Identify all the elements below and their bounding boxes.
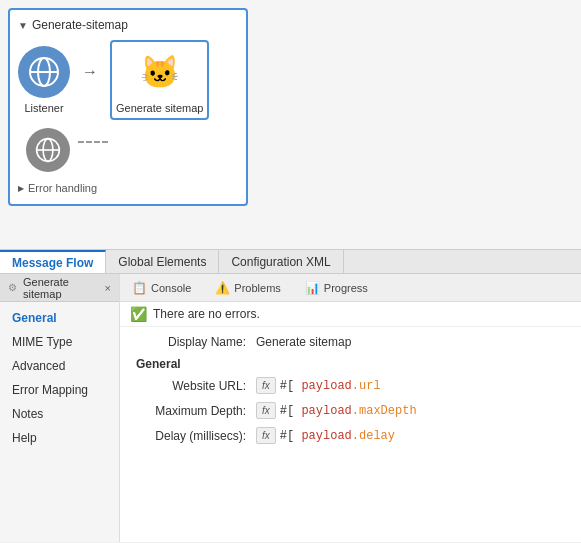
delay-fx-button[interactable]: fx xyxy=(256,427,276,444)
panel-tab-header: ⚙ Generate sitemap × xyxy=(0,274,119,302)
sub-tabs: 📋 Console ⚠️ Problems 📊 Progress xyxy=(120,274,581,302)
problems-icon: ⚠️ xyxy=(215,281,230,295)
problems-label: Problems xyxy=(234,282,280,294)
generate-sitemap-icon: 🐱 xyxy=(134,46,186,98)
panel-close-button[interactable]: × xyxy=(105,282,111,294)
display-name-label: Display Name: xyxy=(136,335,256,349)
nav-item-advanced[interactable]: Advanced xyxy=(0,354,119,378)
tab-message-flow[interactable]: Message Flow xyxy=(0,250,106,273)
nav-item-notes[interactable]: Notes xyxy=(0,402,119,426)
right-panel: 📋 Console ⚠️ Problems 📊 Progress ✅ There… xyxy=(120,274,581,542)
flow-container: ▼ Generate-sitemap Listener → xyxy=(8,8,248,206)
flow-arrow: → xyxy=(82,63,98,81)
panel-tab-label: Generate sitemap xyxy=(23,276,99,300)
sub-tab-console[interactable]: 📋 Console xyxy=(124,278,199,298)
delay-row: Delay (millisecs): fx #[ payload.delay xyxy=(136,427,565,444)
website-url-field: fx #[ payload.url xyxy=(256,377,381,394)
nav-item-error-mapping[interactable]: Error Mapping xyxy=(0,378,119,402)
canvas-area: ▼ Generate-sitemap Listener → xyxy=(0,0,581,250)
nav-item-help[interactable]: Help xyxy=(0,426,119,450)
delay-field: fx #[ payload.delay xyxy=(256,427,395,444)
error-row xyxy=(26,128,238,172)
error-node xyxy=(26,128,70,172)
max-depth-expr: #[ payload.maxDepth xyxy=(280,404,417,418)
left-nav: ⚙ Generate sitemap × General MIME Type A… xyxy=(0,274,120,542)
progress-label: Progress xyxy=(324,282,368,294)
nodes-row: Listener → 🐱 Generate sitemap xyxy=(18,40,238,120)
nav-item-mime-type[interactable]: MIME Type xyxy=(0,330,119,354)
sub-tab-progress[interactable]: 📊 Progress xyxy=(297,278,376,298)
panel-area: ⚙ Generate sitemap × General MIME Type A… xyxy=(0,274,581,542)
expand-icon[interactable]: ▶ xyxy=(18,184,24,193)
form-content: Display Name: Generate sitemap General W… xyxy=(120,327,581,542)
collapse-icon[interactable]: ▼ xyxy=(18,20,28,31)
listener-label: Listener xyxy=(24,102,63,114)
delay-expr: #[ payload.delay xyxy=(280,429,395,443)
nav-items: General MIME Type Advanced Error Mapping… xyxy=(0,302,119,542)
website-url-fx-button[interactable]: fx xyxy=(256,377,276,394)
error-handling-label: Error handling xyxy=(28,182,97,194)
max-depth-field: fx #[ payload.maxDepth xyxy=(256,402,417,419)
general-section-header: General xyxy=(136,357,565,371)
display-name-row: Display Name: Generate sitemap xyxy=(136,335,565,349)
max-depth-label: Maximum Depth: xyxy=(136,404,256,418)
generate-sitemap-node[interactable]: 🐱 Generate sitemap xyxy=(110,40,209,120)
status-ok-icon: ✅ xyxy=(130,306,147,322)
tab-global-elements[interactable]: Global Elements xyxy=(106,250,219,273)
display-name-value: Generate sitemap xyxy=(256,335,351,349)
delay-label: Delay (millisecs): xyxy=(136,429,256,443)
console-icon: 📋 xyxy=(132,281,147,295)
website-url-label: Website URL: xyxy=(136,379,256,393)
max-depth-fx-button[interactable]: fx xyxy=(256,402,276,419)
nav-item-general[interactable]: General xyxy=(0,306,119,330)
dashed-connector xyxy=(78,141,108,143)
flow-name: Generate-sitemap xyxy=(32,18,128,32)
website-url-row: Website URL: fx #[ payload.url xyxy=(136,377,565,394)
status-bar: ✅ There are no errors. xyxy=(120,302,581,327)
listener-icon xyxy=(18,46,70,98)
console-label: Console xyxy=(151,282,191,294)
progress-icon: 📊 xyxy=(305,281,320,295)
generate-sitemap-label: Generate sitemap xyxy=(116,102,203,114)
tab-configuration-xml[interactable]: Configuration XML xyxy=(219,250,343,273)
status-message: There are no errors. xyxy=(153,307,260,321)
error-handling-bar: ▶ Error handling xyxy=(18,180,238,196)
listener-node[interactable]: Listener xyxy=(18,46,70,114)
error-node-icon xyxy=(26,128,70,172)
bottom-tabs: Message Flow Global Elements Configurati… xyxy=(0,250,581,274)
max-depth-row: Maximum Depth: fx #[ payload.maxDepth xyxy=(136,402,565,419)
flow-title: ▼ Generate-sitemap xyxy=(18,18,238,32)
website-url-expr: #[ payload.url xyxy=(280,379,381,393)
sub-tab-problems[interactable]: ⚠️ Problems xyxy=(207,278,288,298)
